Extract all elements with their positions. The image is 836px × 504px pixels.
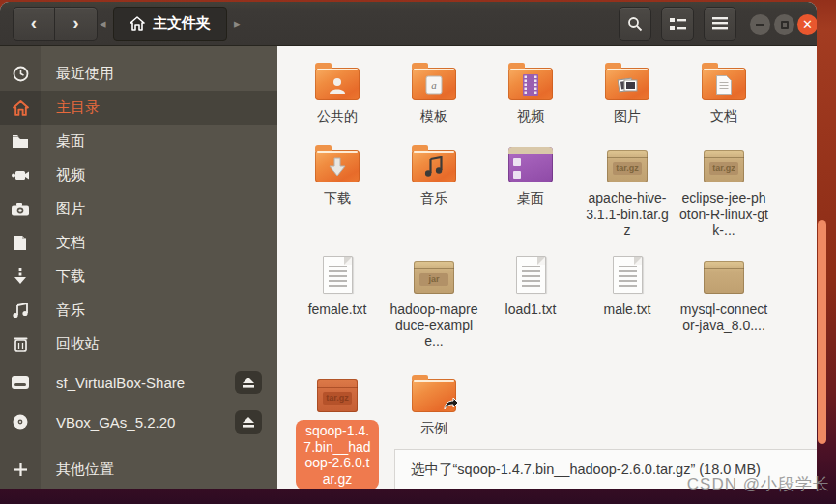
path-next-icon[interactable]: ▸ [234,16,241,31]
file-name: 示例 [420,420,447,436]
file-name-selected: sqoop-1.4.7.bin__hadoop-2.6.0.tar.gz [296,420,379,489]
sidebar-item-other-locations[interactable]: 其他位置 [0,453,277,487]
menu-button[interactable] [704,7,736,41]
file-item[interactable]: load1.txt [484,249,577,350]
view-toggle-button[interactable] [661,7,694,41]
drive-icon [0,376,41,389]
chevron-left-icon: ‹ [31,14,37,34]
eject-button[interactable] [235,371,262,394]
file-name: 下载 [324,190,351,207]
file-item[interactable]: tar.gz apache-hive-3.1.1-bin.tar.gz [581,138,674,238]
plus-icon [0,463,41,476]
forward-button[interactable]: › [55,7,98,41]
folder-documents-icon [702,68,746,100]
path-button-home[interactable]: 主文件夹 [113,7,227,41]
person-emblem-icon [328,75,347,98]
sidebar-label: 音乐 [56,301,85,320]
list-view-icon [670,17,686,31]
file-name: load1.txt [505,301,557,318]
folder-public-icon [315,68,360,100]
path-prev-icon[interactable]: ◂ [100,16,106,31]
sidebar-item-videos[interactable]: 视频 [0,158,277,192]
archive-badge: tar.gz [613,162,642,175]
file-item[interactable]: mysql-connector-java_8.0.... [677,249,770,350]
close-button[interactable]: ✕ [797,14,817,35]
archive-box-icon [704,261,744,294]
text-file-icon [323,256,353,294]
minimize-button[interactable] [750,14,770,35]
sidebar-label: 文档 [56,234,85,252]
file-name: apache-hive-3.1.1-bin.tar.gz [583,190,672,238]
video-camera-icon [0,169,41,182]
file-item[interactable]: 音乐 [388,138,480,238]
folder-music-icon [412,150,456,182]
jar-archive-icon: jar [414,261,454,294]
sidebar-label: VBox_GAs_5.2.20 [56,414,175,431]
file-name: 桌面 [517,190,544,207]
file-name: hadoop-mapreduce-example... [389,301,478,350]
files-panel: 公共的 a 模板 视频 图片 文档 [277,46,817,489]
sidebar: 最近使用 主目录 桌面 视频 图片 文档 [0,46,277,489]
sidebar-item-home[interactable]: 主目录 [0,91,277,125]
file-name: 音乐 [420,190,447,207]
svg-text:a: a [431,79,437,91]
file-item-selected[interactable]: tar.gz sqoop-1.4.7.bin__hadoop-2.6.0.tar… [291,368,384,489]
targz-archive-icon: tar.gz [704,150,744,182]
back-button[interactable]: ‹ [13,7,55,41]
file-manager-window: ‹ › ◂ 主文件夹 ▸ ✕ 最近使用 主目录 [0,2,817,489]
sidebar-item-vbox-gas[interactable]: VBox_GAs_5.2.20 [0,404,277,440]
close-icon: ✕ [802,18,813,31]
maximize-button[interactable] [774,14,794,35]
targz-archive-selected-icon: tar.gz [317,379,358,412]
sidebar-item-downloads[interactable]: 下载 [0,260,277,294]
sidebar-item-virtualbox-share[interactable]: sf_VirtualBox-Share [0,364,277,401]
folder-pictures-icon [605,68,649,100]
folder-downloads-icon [315,150,360,182]
file-item[interactable]: 视频 [484,56,577,125]
sidebar-label: 视频 [56,166,85,184]
sidebar-item-desktop[interactable]: 桌面 [0,125,277,158]
download-arrow-icon [0,268,41,285]
file-name: 文档 [710,108,737,125]
folder-templates-icon: a [412,68,456,100]
file-name: 公共的 [317,108,358,125]
file-item[interactable]: 文档 [677,56,770,125]
eject-button[interactable] [235,410,262,434]
document-emblem-icon [716,74,733,98]
file-item[interactable]: jar hadoop-mapreduce-example... [388,249,480,350]
sidebar-label: 最近使用 [56,65,114,83]
sidebar-item-pictures[interactable]: 图片 [0,192,277,226]
file-name: 图片 [614,108,641,125]
file-item[interactable]: tar.gz eclipse-jee-photon-R-linux-gtk-..… [677,138,770,238]
music-note-icon [0,303,41,319]
file-item[interactable]: 图片 [581,56,674,125]
sidebar-label: 图片 [56,200,85,218]
archive-badge: tar.gz [709,162,738,175]
path-label: 主文件夹 [153,14,211,33]
file-name: eclipse-jee-photon-R-linux-gtk-... [679,190,768,238]
scrollbar-thumb[interactable] [818,220,826,444]
home-icon [130,16,145,31]
sidebar-label: 其他位置 [56,461,114,479]
file-item[interactable]: a 模板 [388,56,480,125]
search-button[interactable] [619,7,651,41]
file-item[interactable]: 下载 [291,138,384,238]
file-item[interactable]: female.txt [291,249,384,350]
sidebar-item-trash[interactable]: 回收站 [0,327,277,361]
file-name: 视频 [517,108,544,125]
sidebar-item-music[interactable]: 音乐 [0,294,277,327]
file-item[interactable]: male.txt [581,249,674,350]
template-emblem-icon: a [425,75,443,98]
file-item[interactable]: 桌面 [484,138,577,238]
archive-badge: jar [419,273,448,286]
targz-archive-icon: tar.gz [607,150,648,182]
sidebar-item-recent[interactable]: 最近使用 [0,57,277,91]
disc-icon [0,414,41,430]
sidebar-item-documents[interactable]: 文档 [0,226,277,260]
chevron-right-icon: › [72,14,78,34]
text-file-icon [613,256,643,294]
trash-icon [0,336,41,352]
file-item[interactable]: 公共的 [291,56,384,125]
document-icon [0,235,41,251]
clock-icon [0,66,41,82]
